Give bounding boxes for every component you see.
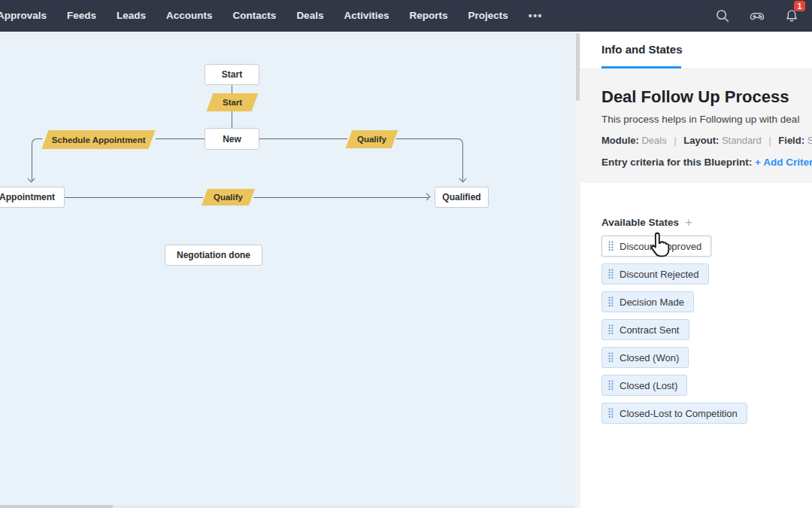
available-states-header: Available States + <box>601 216 812 229</box>
panel-tabstrip: Info and States <box>580 32 812 69</box>
process-meta-line: Module: Deals | Layout: Standard | Field… <box>601 135 812 146</box>
state-node-schedule-appointment[interactable]: Schedule Appointment <box>0 187 65 208</box>
arrowhead-into-qualified-top <box>459 175 467 183</box>
nav-item-feeds[interactable]: Feeds <box>67 10 96 21</box>
state-label: Schedule Appointment <box>0 192 55 202</box>
module-value: Deals <box>641 135 666 146</box>
connector-schedulestate-to-qualifymid <box>65 197 203 198</box>
drag-handle-icon <box>608 297 614 307</box>
state-chip-label: Discount Rejected <box>620 269 699 280</box>
state-chip-closed-lost-to-competition[interactable]: Closed-Lost to Competition <box>601 403 747 424</box>
blueprint-canvas[interactable]: Start New Schedule Appointment Qualified… <box>0 32 575 508</box>
state-label: Qualified <box>442 192 480 202</box>
active-tab-underline <box>601 66 681 68</box>
canvas-vertical-scrollbar[interactable] <box>575 32 580 508</box>
layout-label: Layout: <box>683 135 719 146</box>
nav-item-reports[interactable]: Reports <box>409 10 447 21</box>
transition-node-qualify-top[interactable]: Qualify <box>346 130 398 148</box>
field-value: Stag <box>807 135 812 146</box>
state-node-qualified[interactable]: Qualified <box>435 187 489 208</box>
add-state-button[interactable]: + <box>685 216 692 229</box>
transition-node-start[interactable]: Start <box>207 93 259 111</box>
transition-label: Qualify <box>214 193 243 202</box>
connector-schedule-to-new <box>156 138 205 139</box>
drag-handle-icon <box>608 408 614 418</box>
state-chip-label: Closed (Lost) <box>620 380 677 391</box>
layout-value: Standard <box>722 135 762 146</box>
nav-item-contacts[interactable]: Contacts <box>233 10 277 21</box>
state-node-new[interactable]: New <box>205 128 259 150</box>
transition-label: Schedule Appointment <box>52 135 146 144</box>
state-label: Start <box>222 69 242 80</box>
state-chip-contract-sent[interactable]: Contract Sent <box>601 319 689 340</box>
available-states-section: Available States + Discount Approved Dis… <box>580 183 812 424</box>
process-title: Deal Follow Up Process <box>601 87 812 107</box>
state-label: Negotiation done <box>177 250 250 260</box>
top-navigation-bar: Approvals Feeds Leads Accounts Contacts … <box>0 0 812 32</box>
state-label: New <box>223 134 241 144</box>
games-icon[interactable] <box>749 8 765 24</box>
state-chip-discount-approved[interactable]: Discount Approved <box>601 236 711 257</box>
state-chip-label: Closed-Lost to Competition <box>620 408 738 419</box>
drag-handle-icon <box>608 324 614 335</box>
drag-handle-icon <box>608 352 614 363</box>
state-chip-label: Closed (Won) <box>620 352 679 364</box>
nav-item-deals[interactable]: Deals <box>296 10 323 21</box>
meta-separator: | <box>764 135 775 146</box>
state-chip-closed-lost[interactable]: Closed (Lost) <box>601 375 687 396</box>
drag-handle-icon <box>608 241 614 251</box>
drag-handle-icon <box>608 380 614 391</box>
blueprint-editor-screen: Approvals Feeds Leads Accounts Contacts … <box>0 0 812 508</box>
connector-new-to-qualify <box>259 138 347 139</box>
nav-item-activities[interactable]: Activities <box>344 10 389 21</box>
canvas-horizontal-scrollbar-thumb[interactable] <box>0 505 113 508</box>
transition-node-qualify-mid[interactable]: Qualify <box>201 189 255 205</box>
connector-schedule-bend-down <box>32 138 42 181</box>
transition-label: Start <box>223 98 242 107</box>
state-chip-list: Discount Approved Discount Rejected Deci… <box>601 236 812 424</box>
state-chip-label: Discount Approved <box>620 241 701 252</box>
add-criteria-link[interactable]: + Add Criteria <box>755 157 812 168</box>
state-chip-decision-made[interactable]: Decision Made <box>601 291 694 312</box>
process-info-section: Deal Follow Up Process This process help… <box>580 69 812 183</box>
arrowhead-into-qualified-left <box>423 193 431 201</box>
state-node-negotiation-done[interactable]: Negotiation done <box>165 245 262 266</box>
canvas-horizontal-scrollbar[interactable] <box>0 505 575 508</box>
module-label: Module: <box>601 135 639 146</box>
meta-separator: | <box>669 135 680 146</box>
nav-item-approvals[interactable]: Approvals <box>0 10 47 21</box>
field-label: Field: <box>778 135 804 146</box>
connector-starttransition-to-new <box>232 111 232 128</box>
nav-more-menu[interactable]: ••• <box>529 10 543 22</box>
notifications-button[interactable]: 1 <box>783 8 800 24</box>
connector-qualify-to-qualified-bend <box>396 138 463 181</box>
drag-handle-icon <box>608 269 614 279</box>
state-chip-label: Contract Sent <box>620 324 680 336</box>
entry-criteria-label: Entry criteria for this Blueprint: <box>601 157 752 168</box>
notification-count-badge: 1 <box>794 1 805 11</box>
tab-info-and-states[interactable]: Info and States <box>601 43 683 56</box>
connector-qualifymid-to-qualified <box>253 197 429 198</box>
available-states-heading: Available States <box>601 217 679 228</box>
nav-right-icons: 1 <box>714 0 800 32</box>
state-node-start[interactable]: Start <box>205 64 259 85</box>
nav-item-leads[interactable]: Leads <box>117 10 146 21</box>
transition-label: Qualify <box>357 135 386 144</box>
transition-node-schedule-appointment[interactable]: Schedule Appointment <box>41 130 155 149</box>
nav-item-projects[interactable]: Projects <box>468 10 508 21</box>
info-and-states-panel: Info and States Deal Follow Up Process T… <box>580 32 812 508</box>
search-icon[interactable] <box>714 8 731 24</box>
process-description: This process helps in Following up with … <box>601 114 812 125</box>
state-chip-discount-rejected[interactable]: Discount Rejected <box>601 263 709 284</box>
state-chip-closed-won[interactable]: Closed (Won) <box>601 347 689 368</box>
state-chip-label: Decision Made <box>620 297 684 308</box>
entry-criteria-line: Entry criteria for this Blueprint: + Add… <box>601 157 812 168</box>
nav-module-tabs: Approvals Feeds Leads Accounts Contacts … <box>0 10 508 21</box>
connector-start-to-starttransition <box>232 85 232 93</box>
canvas-vertical-scrollbar-thumb[interactable] <box>576 33 580 101</box>
nav-item-accounts[interactable]: Accounts <box>166 10 213 21</box>
